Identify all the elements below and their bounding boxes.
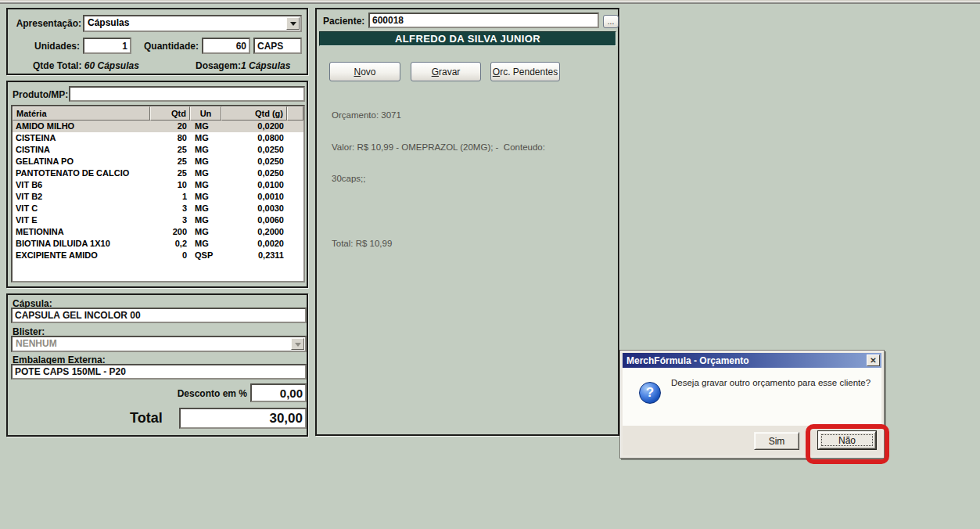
table-cell bbox=[287, 179, 303, 191]
table-row[interactable]: METIONINA200MG0,2000 bbox=[13, 226, 303, 238]
gravar-button-label: Gravar bbox=[432, 67, 461, 77]
table-cell: 25 bbox=[150, 156, 190, 167]
table-row[interactable]: VIT C3MG0,0030 bbox=[13, 203, 303, 214]
quantidade-label: Quantidade: bbox=[139, 41, 199, 52]
table-row[interactable]: VIT B610MG0,0100 bbox=[13, 179, 303, 191]
table-cell: 0,0200 bbox=[221, 121, 287, 132]
table-cell: MG bbox=[190, 144, 221, 156]
table-cell: 0,0020 bbox=[221, 238, 287, 250]
dialog-title: MerchFórmula - Orçamento bbox=[626, 355, 749, 366]
table-cell: AMIDO MILHO bbox=[13, 121, 150, 132]
table-row[interactable]: VIT E3MG0,0060 bbox=[13, 214, 303, 226]
table-cell: 0,0800 bbox=[221, 132, 287, 144]
table-cell bbox=[287, 132, 303, 144]
patient-name: ALFREDO DA SILVA JUNIOR bbox=[395, 33, 540, 45]
table-cell: MG bbox=[190, 214, 221, 226]
table-cell: 0,0060 bbox=[221, 214, 287, 226]
dosagem-value: 1 Cápsulas bbox=[241, 60, 290, 71]
sim-button[interactable]: Sim bbox=[754, 432, 799, 450]
table-cell: MG bbox=[190, 156, 221, 167]
novo-button-label: Novo bbox=[354, 67, 375, 77]
table-cell: 0,0010 bbox=[221, 191, 287, 203]
table-cell bbox=[287, 203, 303, 214]
unidades-label: Unidades: bbox=[30, 41, 80, 52]
budget-summary-line1: Orçamento: 3071 bbox=[332, 110, 590, 121]
header-qtd[interactable]: Qtd bbox=[150, 106, 190, 121]
dialog-message: Deseja gravar outro orçamento para esse … bbox=[671, 378, 871, 387]
dialog-close-button[interactable]: ✕ bbox=[867, 354, 880, 366]
table-cell: 0,2311 bbox=[221, 250, 287, 261]
table-cell: 0,2 bbox=[150, 238, 190, 250]
table-row[interactable]: PANTOTENATO DE CALCIO25MG0,0250 bbox=[13, 167, 303, 179]
capsula-input[interactable] bbox=[11, 308, 307, 323]
table-cell: MG bbox=[190, 179, 221, 191]
orc-pendentes-button-label: Orc. Pendentes bbox=[493, 67, 558, 77]
header-un[interactable]: Un bbox=[190, 106, 221, 121]
table-cell: 1 bbox=[150, 191, 190, 203]
header-qtd-g[interactable]: Qtd (g) bbox=[221, 106, 287, 121]
table-cell: 20 bbox=[150, 121, 190, 132]
table-row[interactable]: GELATINA PO25MG0,0250 bbox=[13, 156, 303, 167]
paciente-label: Paciente: bbox=[323, 16, 364, 27]
table-cell: 3 bbox=[150, 214, 190, 226]
produto-input[interactable] bbox=[69, 86, 305, 102]
table-cell: EXCIPIENTE AMIDO bbox=[13, 250, 150, 261]
table-cell: 0,0030 bbox=[221, 203, 287, 214]
table-row[interactable]: AMIDO MILHO20MG0,0200 bbox=[13, 121, 303, 132]
apresentacao-combobox[interactable]: Cápsulas bbox=[83, 15, 302, 32]
table-cell: MG bbox=[190, 191, 221, 203]
table-cell: MG bbox=[190, 203, 221, 214]
qtde-total-label: Qtde Total: bbox=[33, 60, 81, 71]
header-materia[interactable]: Matéria bbox=[13, 106, 150, 121]
blister-value: NENHUM bbox=[16, 338, 57, 349]
dosagem-text: Dosagem:1 Cápsulas bbox=[196, 60, 290, 71]
desconto-input[interactable] bbox=[250, 383, 307, 402]
materia-table-header: Matéria Qtd Un Qtd (g) bbox=[13, 106, 303, 121]
table-cell bbox=[287, 167, 303, 179]
unit-input[interactable] bbox=[253, 38, 302, 54]
table-row[interactable]: VIT B21MG0,0010 bbox=[13, 191, 303, 203]
table-cell bbox=[287, 156, 303, 167]
apresentacao-label: Apresentação: bbox=[16, 18, 81, 29]
materia-table: Matéria Qtd Un Qtd (g) AMIDO MILHO20MG0,… bbox=[11, 105, 305, 282]
chevron-down-icon bbox=[295, 343, 301, 350]
produto-label: Produto/MP: bbox=[13, 89, 68, 100]
table-cell bbox=[287, 238, 303, 250]
orc-pendentes-button[interactable]: Orc. Pendentes bbox=[490, 62, 560, 81]
gravar-button[interactable]: Gravar bbox=[411, 62, 481, 81]
budget-summary-line2: Valor: R$ 10,99 - OMEPRAZOL (20MG); - Co… bbox=[332, 142, 590, 153]
table-cell bbox=[287, 191, 303, 203]
total-label: Total bbox=[130, 410, 163, 426]
table-cell bbox=[287, 214, 303, 226]
table-cell: MG bbox=[190, 132, 221, 144]
highlight-rectangle bbox=[806, 424, 889, 464]
table-cell: BIOTINA DILUIDA 1X10 bbox=[13, 238, 150, 250]
dosagem-label: Dosagem: bbox=[196, 60, 241, 71]
total-input[interactable] bbox=[179, 408, 307, 429]
table-cell: GELATINA PO bbox=[13, 156, 150, 167]
table-cell: VIT B6 bbox=[13, 179, 150, 191]
apresentacao-dropdown-button[interactable] bbox=[286, 17, 300, 30]
paciente-input[interactable] bbox=[368, 13, 599, 28]
table-cell: 3 bbox=[150, 203, 190, 214]
qtde-total-value: 60 Cápsulas bbox=[84, 60, 139, 71]
close-icon: ✕ bbox=[870, 357, 876, 365]
table-cell: MG bbox=[190, 121, 221, 132]
unidades-input[interactable] bbox=[83, 38, 131, 54]
table-row[interactable]: CISTEINA80MG0,0800 bbox=[13, 132, 303, 144]
dialog-titlebar[interactable]: MerchFórmula - Orçamento ✕ bbox=[623, 353, 881, 368]
budget-summary: Orçamento: 3071 Valor: R$ 10,99 - OMEPRA… bbox=[332, 89, 590, 270]
quantidade-input[interactable] bbox=[202, 38, 250, 54]
table-row[interactable]: CISTINA25MG0,0250 bbox=[13, 144, 303, 156]
ellipsis-icon: ... bbox=[608, 17, 614, 26]
paciente-browse-button[interactable]: ... bbox=[603, 15, 619, 28]
table-cell: 0,0250 bbox=[221, 144, 287, 156]
table-row[interactable]: EXCIPIENTE AMIDO0QSP0,2311 bbox=[13, 250, 303, 261]
table-cell: 0 bbox=[150, 250, 190, 261]
table-row[interactable]: BIOTINA DILUIDA 1X100,2MG0,0020 bbox=[13, 238, 303, 250]
table-cell: 25 bbox=[150, 144, 190, 156]
embalagem-input[interactable] bbox=[11, 364, 307, 380]
novo-button[interactable]: Novo bbox=[329, 62, 400, 81]
table-cell: PANTOTENATO DE CALCIO bbox=[13, 167, 150, 179]
table-cell: CISTINA bbox=[13, 144, 150, 156]
